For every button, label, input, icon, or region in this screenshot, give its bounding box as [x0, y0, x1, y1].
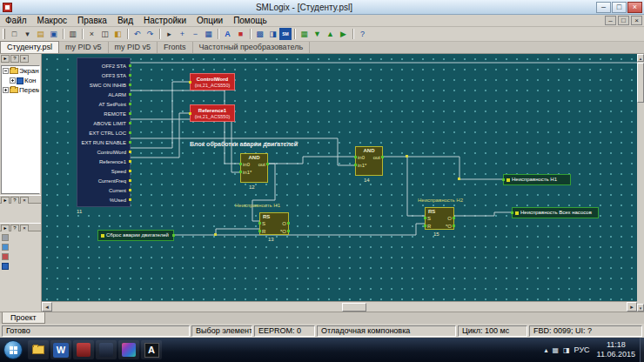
menu-file[interactable]: Файл — [0, 15, 32, 27]
tray-network-icon[interactable]: ▦ — [552, 346, 559, 354]
v-scroll-thumb[interactable] — [637, 63, 644, 103]
pin-marker[interactable] — [129, 141, 131, 144]
pin-marker[interactable] — [266, 163, 269, 165]
pointer-icon[interactable]: ▸ — [163, 28, 176, 40]
close-button[interactable]: × — [627, 2, 642, 13]
app-a-icon[interactable]: A — [141, 340, 162, 359]
pin-marker[interactable] — [129, 103, 131, 105]
pin-marker[interactable] — [129, 131, 131, 134]
pin-marker[interactable] — [287, 222, 290, 225]
app-dark-icon[interactable] — [96, 340, 117, 359]
palette-icon[interactable] — [2, 244, 9, 251]
reset-alarm-label[interactable]: Сброс аварии двигателей — [97, 230, 174, 241]
expand-icon[interactable] — [10, 77, 16, 84]
cut-icon[interactable]: × — [85, 28, 98, 40]
and-block[interactable]: AND in0 in1* out — [240, 153, 268, 183]
palette-icon[interactable] — [2, 253, 9, 260]
vertical-scrollbar[interactable]: ▴ ▾ — [637, 54, 644, 312]
pin-marker[interactable] — [424, 217, 426, 219]
start-button[interactable] — [3, 340, 23, 359]
fbd-canvas[interactable]: OFF2 STA OFF3 STA SWC ON INHIB ALARM AT … — [42, 54, 637, 301]
paste-icon[interactable]: ◧ — [111, 28, 124, 40]
palette-icon[interactable] — [2, 234, 9, 241]
clock[interactable]: 11:18 11.06.2015 — [597, 340, 635, 359]
pin-marker[interactable] — [129, 84, 131, 86]
reference1-block[interactable]: Reference1 (int,21_ACS550) — [190, 104, 235, 122]
tab-freq-converter[interactable]: Частотный преобразователь — [193, 42, 311, 53]
scroll-up-icon[interactable]: ▴ — [637, 54, 644, 62]
device-net-icon[interactable]: ▦ — [298, 28, 311, 40]
acs550-device-block[interactable]: OFF2 STA OFF3 STA SWC ON INHIB ALARM AT … — [77, 57, 131, 207]
tab-studentu[interactable]: Студенту.psl — [0, 41, 59, 53]
pin-marker[interactable] — [129, 198, 131, 201]
run-icon[interactable]: ▶ — [337, 28, 350, 40]
and-block[interactable]: AND in0 in1* out — [355, 146, 383, 176]
pin-marker[interactable] — [287, 230, 290, 232]
scroll-right-icon[interactable]: ▸ — [627, 302, 637, 312]
menu-view[interactable]: Вид — [112, 15, 138, 27]
grid-icon[interactable]: ▦ — [202, 28, 215, 40]
palette-icon[interactable] — [2, 263, 9, 270]
menu-settings[interactable]: Настройки — [138, 15, 191, 27]
redo-icon[interactable]: ↷ — [144, 28, 157, 40]
pin-marker[interactable] — [453, 217, 455, 219]
pin-marker[interactable] — [453, 225, 455, 227]
pin-marker[interactable] — [258, 230, 261, 232]
h-scroll-thumb[interactable] — [342, 303, 366, 312]
smlogix-badge-icon[interactable]: SM — [279, 28, 292, 40]
rs-block[interactable]: RS S R O *O — [425, 207, 454, 230]
maximize-button[interactable]: □ — [612, 2, 627, 13]
menu-help[interactable]: Помощь — [228, 15, 272, 27]
tab-project[interactable]: Проект — [2, 312, 45, 324]
help-icon[interactable]: ? — [356, 28, 369, 40]
rs-block[interactable]: RS S R O *O — [259, 212, 289, 235]
pin-marker[interactable] — [511, 211, 513, 214]
tab-mypid-2[interactable]: my PID v5 — [109, 42, 158, 53]
pin-marker[interactable] — [239, 163, 242, 165]
font-icon[interactable]: A — [221, 28, 234, 40]
menu-macro[interactable]: Макрос — [32, 15, 73, 27]
pin-marker[interactable] — [354, 164, 357, 166]
mdi-restore-button[interactable]: □ — [618, 16, 629, 25]
pin-marker[interactable] — [129, 170, 131, 172]
sidebar-help-icon[interactable]: ? — [10, 55, 19, 63]
pin-marker[interactable] — [129, 93, 131, 96]
save-icon[interactable]: ▣ — [47, 28, 60, 40]
word-icon[interactable]: W — [50, 340, 71, 359]
new-file-icon[interactable]: □ — [8, 28, 21, 40]
explorer-folder-icon[interactable] — [28, 340, 49, 359]
app-red-icon[interactable] — [73, 340, 94, 359]
pin-marker[interactable] — [129, 112, 131, 115]
app-media-icon[interactable] — [118, 340, 139, 359]
pin-marker[interactable] — [129, 64, 131, 67]
menu-options[interactable]: Опции — [191, 15, 228, 27]
tray-expand-icon[interactable]: ▴ — [544, 346, 547, 354]
pin-marker[interactable] — [239, 171, 242, 173]
watch-window-icon[interactable]: ◨ — [266, 28, 279, 40]
pin-marker[interactable] — [502, 178, 505, 181]
open-folder-icon[interactable]: ▤ — [34, 28, 47, 40]
new-dropdown-icon[interactable]: ▾ — [21, 28, 34, 40]
pin-marker[interactable] — [129, 74, 131, 77]
download-icon[interactable]: ▼ — [311, 28, 324, 40]
pin-marker[interactable] — [354, 156, 357, 158]
menu-edit[interactable]: Правка — [72, 15, 112, 27]
fault-all-pumps-label[interactable]: Неисправность Всех насосов — [512, 207, 599, 218]
print-icon[interactable]: ▥ — [66, 28, 79, 40]
pin-marker[interactable] — [189, 81, 191, 84]
expand-icon[interactable] — [3, 87, 9, 93]
scroll-left-icon[interactable]: ◂ — [42, 302, 52, 312]
tree-item-screens[interactable]: Экран — [2, 66, 39, 76]
pin-marker[interactable] — [258, 222, 261, 225]
pin-marker[interactable] — [129, 179, 131, 182]
section-comment[interactable]: Блок обработки аварии двигателей — [190, 141, 298, 147]
horizontal-scrollbar[interactable]: ◂ ▸ — [42, 301, 637, 312]
pin-marker[interactable] — [129, 160, 131, 163]
controlword-block[interactable]: ControlWord (int,21_ACS550) — [190, 73, 235, 90]
pin-marker[interactable] — [172, 234, 175, 237]
pin-marker[interactable] — [129, 122, 131, 124]
fault-h1-label[interactable]: Неисправность Н1 — [503, 174, 571, 185]
show-desktop-button[interactable] — [640, 338, 644, 362]
upload-icon[interactable]: ▲ — [324, 28, 337, 40]
tab-mypid-1[interactable]: my PID v5 — [59, 42, 109, 53]
